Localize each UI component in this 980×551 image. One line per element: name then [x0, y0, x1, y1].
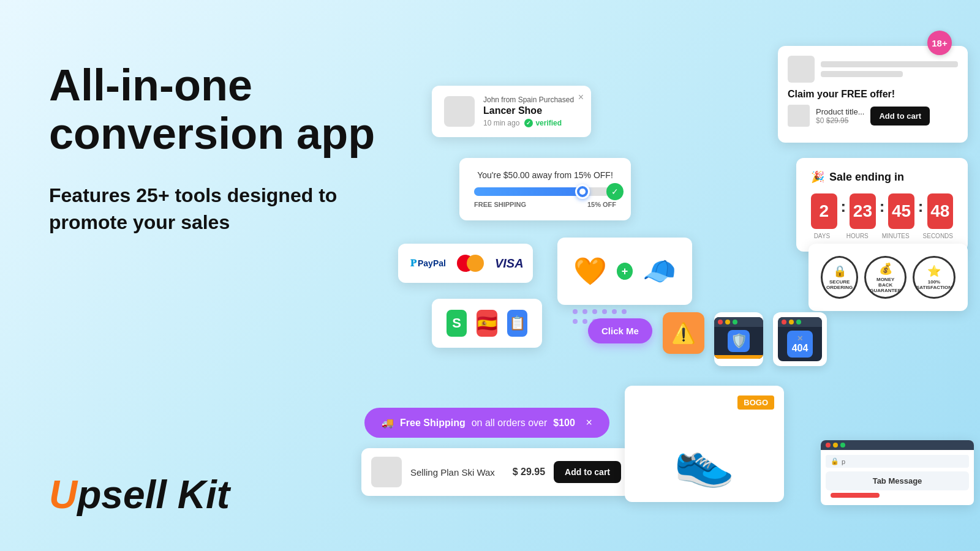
goal-icon: ✓ — [606, 183, 624, 200]
countdown-card: 🎉 Sale ending in 2 : 23 : 45 : 48 DAYS H… — [796, 158, 968, 252]
tab-red-bar — [831, 493, 880, 498]
dot — [582, 319, 587, 324]
logo-text: psell Kit — [77, 475, 230, 514]
warning-box: ⚠️ — [663, 312, 704, 354]
countdown-title: 🎉 Sale ending in — [811, 170, 953, 184]
tab-message-badge: Tab Message — [826, 471, 969, 490]
label-minutes: MINUTES — [882, 233, 910, 239]
label-discount: 15% OFF — [587, 201, 616, 208]
trust-badges-card: 🔒 SECURE ORDERING 💰 MONEY BACK GUARANTEE… — [809, 244, 968, 311]
visa-logo: VISA — [495, 257, 524, 271]
label-hours: HOURS — [846, 233, 869, 239]
progress-labels: FREE SHIPPING 15% OFF — [474, 201, 616, 208]
warning-icons-area: ⚠️ 🛡️ — [663, 312, 827, 366]
notification-card: John from Spain Purchased Lancer Shoe 10… — [432, 86, 591, 137]
star-icon: ⭐ — [927, 264, 941, 278]
mastercard-logo — [457, 255, 484, 272]
lock-icon: 🔒 — [833, 264, 846, 278]
minimize-dot — [833, 443, 838, 448]
tab-titlebar — [821, 440, 974, 450]
money-back-badge: 💰 MONEY BACK GUARANTEE — [864, 256, 907, 299]
dot — [592, 309, 597, 314]
free-offer-bars — [821, 61, 958, 77]
browser-titlebar — [714, 317, 763, 327]
label-free-shipping: FREE SHIPPING — [474, 201, 526, 208]
dot — [602, 309, 607, 314]
bundle-plus-icon: + — [617, 263, 633, 280]
bundle-card: 🧡 + 🧢 — [557, 238, 692, 305]
product-thumbnail — [788, 105, 810, 127]
sticky-product-image — [371, 457, 402, 487]
countdown-minutes: 45 — [888, 193, 914, 229]
maximize-dot — [840, 443, 845, 448]
notif-footer: 10 min ago ✓ verified — [483, 119, 574, 127]
countdown-days: 2 — [811, 193, 837, 229]
countdown-sep: : — [918, 197, 924, 216]
product-price: $0 $29.95 — [816, 116, 864, 125]
app-icon-blue: 📋 — [507, 310, 527, 337]
mc-yellow-circle — [467, 255, 484, 272]
product-title: Product title... — [816, 107, 864, 116]
paypal-logo: 𝐏 PayPal — [410, 258, 446, 269]
dot — [612, 309, 617, 314]
free-offer-card: Claim your FREE offer! Product title... … — [778, 46, 968, 143]
progress-track: ✓ — [474, 187, 616, 196]
announcement-close-icon[interactable]: × — [586, 416, 592, 429]
progress-fill — [474, 187, 585, 196]
warning-icon: ⚠️ — [671, 321, 696, 345]
verified-dot-icon: ✓ — [524, 119, 533, 127]
free-offer-product: Product title... $0 $29.95 Add to cart — [788, 105, 958, 127]
cards-area: John from Spain Purchased Lancer Shoe 10… — [398, 0, 980, 551]
countdown-display: 2 : 23 : 45 : 48 DAYS HOURS MINUTES SECO… — [811, 193, 953, 239]
label-days: DAYS — [811, 233, 833, 239]
close-dot — [826, 443, 831, 448]
left-section: All-in-one conversion app Features 25+ t… — [49, 61, 392, 236]
announcement-bold: Free Shipping — [400, 418, 466, 429]
shield-icon: 🛡️ — [728, 330, 750, 352]
dot — [582, 309, 587, 314]
add-to-cart-button[interactable]: Add to cart — [870, 107, 930, 126]
maximize-dot — [733, 320, 737, 324]
bundle-hat: 🧢 — [639, 250, 680, 293]
tab-message-card: 🔒 p Tab Message — [821, 440, 974, 505]
verified-badge: ✓ verified — [524, 119, 562, 127]
verify-card: 🛡️ — [714, 312, 763, 366]
product-info: Product title... $0 $29.95 — [816, 107, 864, 125]
sticky-cart-bar: Selling Plan Ski Wax $ 29.95 Add to cart — [361, 448, 631, 496]
progress-bar-decoration — [714, 355, 763, 359]
party-icon: 🎉 — [811, 170, 824, 184]
close-icon[interactable]: × — [578, 92, 584, 103]
sticky-add-to-cart-button[interactable]: Add to cart — [554, 461, 621, 483]
error-titlebar — [778, 317, 822, 327]
error-404-badge: ✕ 404 — [787, 331, 813, 358]
money-icon: 💰 — [879, 262, 892, 276]
main-title: All-in-one conversion app — [49, 61, 392, 158]
x-icon: ✕ — [797, 334, 803, 343]
notif-product: Lancer Shoe — [483, 105, 574, 116]
click-me-button[interactable]: Click Me — [588, 318, 652, 343]
app-icons-card: S 🇪🇸 📋 — [432, 299, 542, 348]
free-offer-title: Claim your FREE offer! — [788, 89, 958, 100]
free-offer-product-image — [788, 56, 815, 83]
free-offer-header — [788, 56, 958, 83]
error-card: ✕ 404 — [773, 312, 827, 366]
lock-icon: 🔒 — [831, 457, 839, 465]
error-window: ✕ 404 — [778, 317, 822, 361]
bogo-badge: BOGO — [737, 395, 774, 410]
dot — [573, 309, 578, 314]
logo: U psell Kit — [49, 475, 230, 514]
countdown-hours: 23 — [850, 193, 876, 229]
shoe-illustration: 👟 — [674, 432, 735, 490]
url-bar: 🔒 p — [826, 455, 969, 468]
sticky-price: $ 29.95 — [513, 467, 545, 478]
notif-product-image — [444, 96, 475, 127]
bundle-tshirt: 🧡 — [570, 250, 611, 293]
announcement-bar: 🚚 Free Shipping on all orders over $100 … — [364, 408, 609, 438]
clipboard-icon: 📋 — [509, 315, 526, 331]
close-dot — [782, 320, 786, 324]
logo-u: U — [49, 475, 77, 514]
close-dot — [718, 320, 723, 324]
notif-time: 10 min ago — [483, 119, 519, 127]
progress-card: You're $50.00 away from 15% OFF! ✓ FREE … — [459, 158, 631, 220]
browser-body: 🛡️ — [714, 327, 763, 355]
